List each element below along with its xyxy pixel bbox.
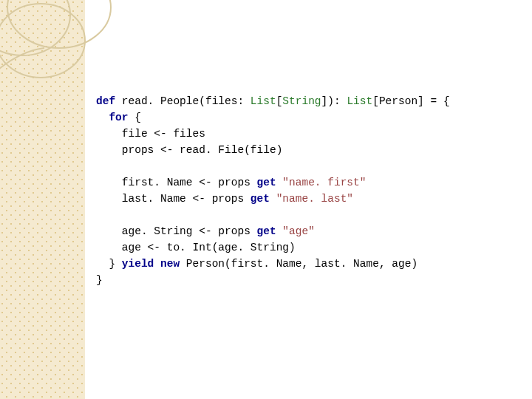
str-age: "age" <box>282 225 315 237</box>
sidebar-pattern <box>0 0 85 399</box>
kw-get: get <box>257 225 276 237</box>
tok: read. People(files: <box>115 95 250 107</box>
code-line: file <- files <box>96 128 205 140</box>
code-line: } <box>96 274 103 286</box>
kw-yield: yield <box>122 258 154 270</box>
tok: Person(first. Name, last. Name, age) <box>180 258 417 270</box>
tok: { <box>129 112 141 123</box>
code-line: props <- read. File(file) <box>96 144 282 156</box>
kw-get: get <box>250 193 270 205</box>
code-snippet: def read. People(files: List[String]): L… <box>96 93 450 288</box>
kw-get: get <box>257 177 276 188</box>
tok: first. Name <- props <box>96 177 257 188</box>
str-last: "name. last" <box>276 193 353 205</box>
type-list1: List <box>250 95 276 107</box>
str-first: "name. first" <box>282 177 366 188</box>
tok: last. Name <- props <box>96 193 250 205</box>
kw-for: for <box>96 112 129 123</box>
type-list2: List <box>347 95 372 107</box>
kw-def: def <box>96 95 115 107</box>
code-line: age <- to. Int(age. String) <box>96 242 296 253</box>
type-string: String <box>282 95 321 107</box>
tok: } <box>96 258 122 270</box>
tok <box>154 258 160 270</box>
tok <box>270 193 276 205</box>
tok: age. String <- props <box>96 225 257 237</box>
tok: [Person] = { <box>372 95 449 107</box>
kw-new: new <box>160 258 180 270</box>
tok: ]): <box>321 95 347 107</box>
